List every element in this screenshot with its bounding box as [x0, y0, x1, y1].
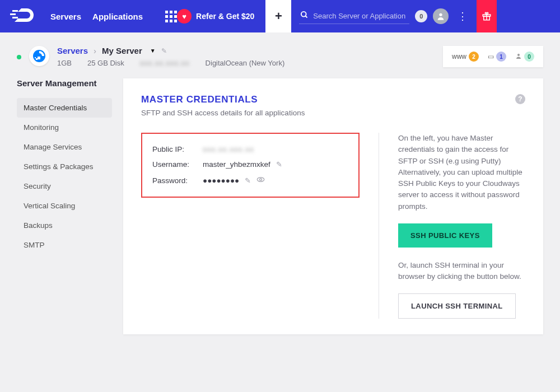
stat-apps[interactable]: ▭1: [488, 52, 506, 62]
search-panel: 0 ⋮: [291, 0, 560, 32]
username-value: master_yhbezmxkef: [203, 160, 270, 169]
sidenav-item-security[interactable]: Security: [17, 176, 112, 196]
stat-www[interactable]: www2: [452, 52, 479, 62]
divider: [379, 133, 379, 319]
status-dot-icon: [17, 55, 21, 59]
info-text-1: On the left, you have Master credentials…: [398, 133, 525, 212]
meta-ram: 1GB: [57, 59, 72, 67]
credentials-box: Public IP: xxx.xx.xxx.xx Username: maste…: [141, 133, 360, 198]
user-icon: [515, 53, 522, 61]
sidenav-item-monitoring[interactable]: Monitoring: [17, 118, 112, 137]
side-nav: Server Management Master CredentialsMoni…: [17, 78, 112, 334]
svg-rect-1: [12, 10, 18, 12]
stat-users[interactable]: 0: [515, 52, 534, 62]
provider-logo: [29, 46, 49, 66]
search-input[interactable]: [313, 12, 408, 20]
main-panel: MASTER CREDENTIALS SFTP and SSH access d…: [123, 78, 543, 334]
meta-ip: xxx.xx.xxx.xx: [140, 59, 190, 67]
ip-label: Public IP:: [152, 145, 203, 153]
top-nav: Servers Applications: [50, 12, 143, 21]
nav-applications[interactable]: Applications: [92, 12, 143, 21]
page-title: MASTER CREDENTIALS: [141, 94, 305, 105]
breadcrumb-current[interactable]: My Server: [102, 46, 142, 55]
more-menu-icon[interactable]: ⋮: [454, 10, 471, 22]
edit-name-icon[interactable]: ✎: [161, 47, 167, 55]
heart-icon: ♥: [177, 9, 192, 24]
gift-icon[interactable]: [477, 0, 497, 32]
svg-rect-10: [38, 57, 40, 59]
search-count: 0: [415, 10, 427, 22]
user-avatar[interactable]: [433, 8, 449, 24]
status-card: www2 ▭1 0: [443, 46, 543, 67]
svg-point-3: [301, 12, 306, 17]
sidenav-item-backups[interactable]: Backups: [17, 216, 112, 235]
window-icon: ▭: [488, 53, 494, 60]
nav-servers[interactable]: Servers: [50, 12, 81, 21]
top-bar: Servers Applications ♥ Refer & Get $20 +…: [0, 0, 560, 32]
search-icon: [300, 11, 309, 21]
svg-point-15: [260, 179, 262, 181]
meta-disk: 25 GB Disk: [87, 59, 124, 67]
svg-rect-11: [36, 58, 38, 60]
password-label: Password:: [152, 176, 203, 185]
add-button[interactable]: +: [265, 0, 291, 32]
ssh-keys-button[interactable]: SSH PUBLIC KEYS: [398, 223, 492, 248]
chevron-right-icon: ›: [94, 46, 96, 55]
show-password-icon[interactable]: [256, 175, 265, 185]
ip-value: xxx.xx.xxx.xx: [203, 145, 254, 153]
refer-link[interactable]: ♥ Refer & Get $20: [177, 9, 254, 24]
sidenav-item-master-credentials[interactable]: Master Credentials: [17, 98, 112, 118]
svg-rect-0: [10, 13, 16, 15]
username-label: Username:: [152, 160, 203, 169]
breadcrumb-row: Servers › My Server ▼ ✎ 1GB 25 GB Disk x…: [0, 32, 560, 78]
edit-username-icon[interactable]: ✎: [276, 160, 282, 169]
side-nav-title: Server Management: [17, 78, 112, 88]
svg-rect-2: [12, 17, 18, 18]
sidenav-item-smtp[interactable]: SMTP: [17, 235, 112, 255]
svg-point-5: [440, 13, 442, 16]
svg-rect-12: [35, 57, 36, 58]
meta-provider: DigitalOcean (New York): [206, 59, 285, 67]
info-text-2: Or, launch SSH terminal in your browser …: [398, 260, 525, 283]
sidenav-item-vertical-scaling[interactable]: Vertical Scaling: [17, 196, 112, 216]
breadcrumb-servers[interactable]: Servers: [57, 46, 88, 55]
password-value: ●●●●●●●●: [203, 176, 239, 185]
sidenav-item-manage-services[interactable]: Manage Services: [17, 137, 112, 157]
apps-grid-icon[interactable]: [165, 11, 177, 22]
sidenav-item-settings-packages[interactable]: Settings & Packages: [17, 157, 112, 176]
help-icon[interactable]: ?: [515, 94, 525, 104]
launch-ssh-button[interactable]: LAUNCH SSH TERMINAL: [398, 293, 516, 319]
page-subtitle: SFTP and SSH access details for all appl…: [141, 109, 305, 117]
logo[interactable]: [10, 7, 40, 25]
svg-point-14: [257, 178, 264, 182]
svg-line-4: [306, 16, 307, 17]
svg-point-13: [517, 54, 520, 56]
refer-label: Refer & Get $20: [196, 12, 254, 21]
edit-password-icon[interactable]: ✎: [245, 176, 251, 185]
caret-down-icon[interactable]: ▼: [150, 48, 156, 54]
